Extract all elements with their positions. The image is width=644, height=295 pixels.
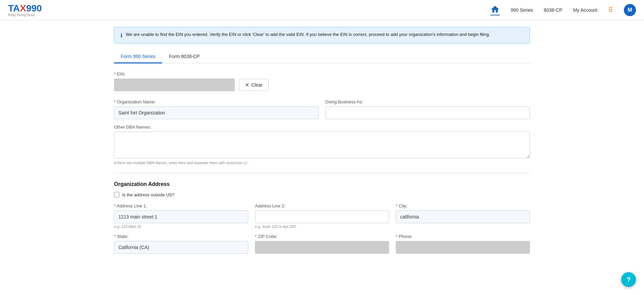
- outside-us-checkbox[interactable]: [114, 192, 119, 197]
- state-input[interactable]: [114, 241, 248, 254]
- address1-label: * Address Line 1:: [114, 203, 248, 208]
- logo-text: TAX990: [8, 3, 42, 14]
- dba-label: Doing Business As:: [325, 99, 530, 104]
- ein-label: * EIN:: [114, 71, 530, 77]
- city-input[interactable]: [396, 210, 530, 223]
- address-row-2: * State: * ZIP Code: * Phone:: [114, 234, 530, 254]
- ein-section: * EIN: ✕ Clear: [114, 71, 530, 91]
- outside-us-row: Is the address outside US?: [114, 192, 530, 197]
- state-label: * State:: [114, 234, 248, 239]
- logo-990: 990: [26, 3, 42, 13]
- city-col: * City:: [396, 203, 530, 223]
- tab-form-990-series[interactable]: Form 990 Series: [114, 50, 162, 63]
- phone-label: * Phone:: [396, 234, 530, 239]
- logo-tax: TA: [8, 3, 20, 13]
- other-dba-input[interactable]: [114, 132, 530, 158]
- address-section-title: Organization Address: [114, 181, 530, 187]
- logo: TAX990 Keep Doing Good: [8, 3, 42, 17]
- phone-col: * Phone:: [396, 234, 530, 254]
- zip-label: * ZIP Code:: [255, 234, 389, 239]
- address2-hint: e.g. Suite 122 or Apt 203: [255, 225, 389, 229]
- org-name-row: * Organization Name: Doing Business As:: [114, 99, 530, 119]
- nav-990-series[interactable]: 990 Series: [511, 7, 533, 13]
- dba-col: Doing Business As:: [325, 99, 530, 119]
- ein-row: ✕ Clear: [114, 79, 530, 91]
- tabs: Form 990 Series Form 8038-CP: [114, 50, 530, 63]
- clear-button[interactable]: ✕ Clear: [239, 79, 269, 91]
- info-banner: ℹ We are unable to find the EIN you ente…: [114, 27, 530, 44]
- address-row-1: * Address Line 1: e.g. 123 Main St Addre…: [114, 203, 530, 229]
- outside-us-label: Is the address outside US?: [122, 192, 174, 197]
- phone-input[interactable]: [396, 241, 530, 254]
- section-divider: [114, 173, 530, 173]
- ein-input[interactable]: [114, 79, 235, 91]
- other-dba-section: Other DBA Names: If there are multiple D…: [114, 125, 530, 165]
- org-name-input[interactable]: [114, 106, 319, 119]
- org-name-col: * Organization Name:: [114, 99, 319, 119]
- x-icon: ✕: [245, 82, 249, 88]
- main-content: ℹ We are unable to find the EIN you ente…: [87, 20, 557, 268]
- dba-input[interactable]: [325, 106, 530, 119]
- other-dba-hint: If there are multiple DBA Names, enter h…: [114, 161, 530, 165]
- grid-icon[interactable]: ⠿: [608, 6, 613, 14]
- avatar[interactable]: M: [624, 4, 636, 16]
- state-col: * State:: [114, 234, 248, 254]
- info-icon: ℹ: [120, 32, 122, 39]
- address1-hint: e.g. 123 Main St: [114, 225, 248, 229]
- zip-input[interactable]: [255, 241, 389, 254]
- address-section: Organization Address Is the address outs…: [114, 181, 530, 254]
- tab-form-8038cp[interactable]: Form 8038-CP: [162, 50, 206, 63]
- logo-x: X: [20, 3, 26, 13]
- info-banner-text: We are unable to find the EIN you entere…: [126, 32, 490, 37]
- city-label: * City:: [396, 203, 530, 208]
- address2-input[interactable]: [255, 210, 389, 223]
- nav-my-account[interactable]: My Account: [573, 7, 597, 13]
- address1-col: * Address Line 1: e.g. 123 Main St: [114, 203, 248, 229]
- org-name-label: * Organization Name:: [114, 99, 319, 104]
- address1-input[interactable]: [114, 210, 248, 223]
- address2-col: Address Line 2: e.g. Suite 122 or Apt 20…: [255, 203, 389, 229]
- header: TAX990 Keep Doing Good 990 Series 8038-C…: [0, 0, 644, 20]
- address2-label: Address Line 2:: [255, 203, 389, 208]
- nav-8038cp[interactable]: 8038-CP: [544, 7, 562, 13]
- home-icon: [490, 5, 500, 14]
- other-dba-label: Other DBA Names:: [114, 125, 530, 130]
- home-nav-item[interactable]: [490, 5, 500, 15]
- header-nav: 990 Series 8038-CP My Account ⠿ M: [490, 4, 636, 16]
- home-underline: [490, 15, 500, 15]
- logo-subtitle: Keep Doing Good: [8, 13, 42, 17]
- zip-col: * ZIP Code:: [255, 234, 389, 254]
